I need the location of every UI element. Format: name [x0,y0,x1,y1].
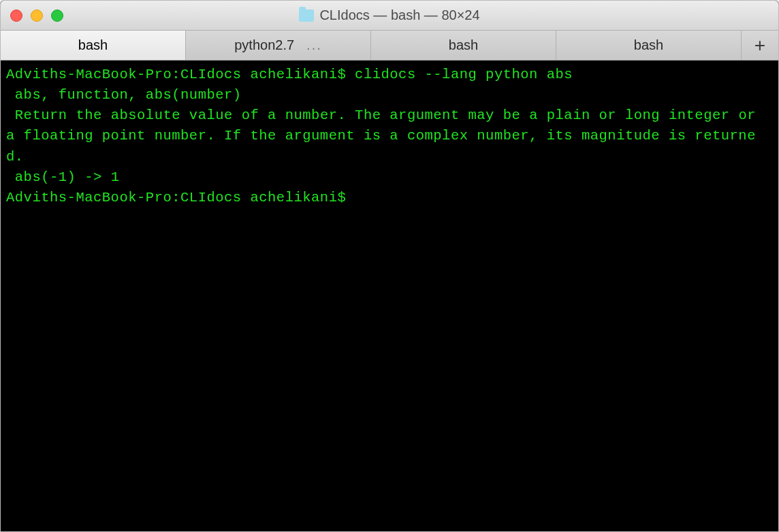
tab-bash-0[interactable]: bash [1,31,186,60]
titlebar[interactable]: CLIdocs — bash — 80×24 [1,1,778,31]
window-title: CLIdocs — bash — 80×24 [1,7,778,23]
terminal-line: abs, function, abs(number) [6,85,773,105]
folder-icon [299,10,314,22]
terminal-line: Return the absolute value of a number. T… [6,105,773,167]
tab-bash-3[interactable]: bash [556,31,742,60]
tab-python27[interactable]: python2.7 ... [186,31,371,60]
plus-icon: + [754,35,765,56]
tab-label: bash [634,37,663,53]
terminal-prompt-line: Adviths-MacBook-Pro:CLIdocs achelikani$ [6,188,773,208]
terminal-prompt: Adviths-MacBook-Pro:CLIdocs achelikani$ [6,190,355,205]
traffic-lights [10,10,63,22]
terminal-line: abs(-1) -> 1 [6,167,773,188]
tab-bash-2[interactable]: bash [371,31,556,60]
tab-label: bash [449,37,478,53]
terminal-viewport[interactable]: Adviths-MacBook-Pro:CLIdocs achelikani$ … [1,61,778,531]
tab-label: bash [78,37,108,53]
zoom-icon[interactable] [51,10,63,22]
terminal-window: CLIdocs — bash — 80×24 bash python2.7 ..… [0,0,779,532]
tab-label: python2.7 [234,37,294,53]
tab-overflow-icon: ... [306,37,322,53]
minimize-icon[interactable] [31,10,43,22]
close-icon[interactable] [10,10,22,22]
cursor-icon [355,189,363,205]
window-title-text: CLIdocs — bash — 80×24 [319,7,479,23]
terminal-line: Adviths-MacBook-Pro:CLIdocs achelikani$ … [6,65,773,85]
new-tab-button[interactable]: + [742,31,778,60]
tabbar: bash python2.7 ... bash bash + [1,31,778,61]
